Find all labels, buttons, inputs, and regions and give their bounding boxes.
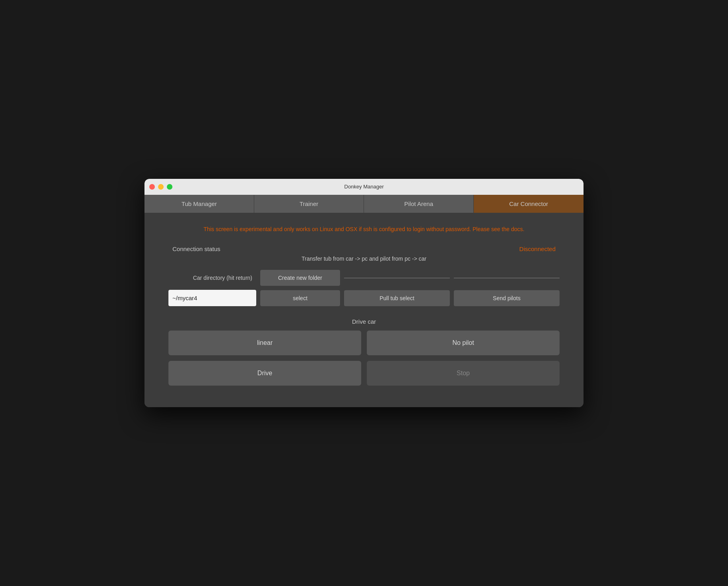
tab-tub-manager[interactable]: Tub Manager bbox=[144, 195, 254, 213]
tab-bar: Tub Manager Trainer Pilot Arena Car Conn… bbox=[144, 195, 584, 213]
actions-row: select Pull tub select Send pilots bbox=[168, 290, 560, 306]
connection-row: Connection status Disconnected bbox=[168, 245, 560, 252]
titlebar-buttons bbox=[149, 184, 172, 190]
drive-button[interactable]: Drive bbox=[168, 361, 361, 386]
car-dir-label: Car directory (hit return) bbox=[168, 275, 256, 281]
main-content: This screen is experimental and only wor… bbox=[144, 213, 584, 407]
stop-button[interactable]: Stop bbox=[367, 361, 560, 386]
separator-line-1 bbox=[344, 278, 450, 278]
tab-pilot-arena[interactable]: Pilot Arena bbox=[364, 195, 474, 213]
window-title: Donkey Manager bbox=[344, 184, 384, 190]
connection-status: Disconnected bbox=[519, 245, 556, 252]
connection-label: Connection status bbox=[172, 245, 220, 252]
drive-type-row: linear No pilot bbox=[168, 331, 560, 355]
select-button[interactable]: select bbox=[260, 290, 340, 306]
no-pilot-button[interactable]: No pilot bbox=[367, 331, 560, 355]
minimize-button[interactable] bbox=[158, 184, 164, 190]
warning-message: This screen is experimental and only wor… bbox=[168, 225, 560, 234]
create-new-folder-button[interactable]: Create new folder bbox=[260, 270, 340, 286]
app-window: Donkey Manager Tub Manager Trainer Pilot… bbox=[144, 179, 584, 407]
close-button[interactable] bbox=[149, 184, 155, 190]
titlebar: Donkey Manager bbox=[144, 179, 584, 195]
separator-line-2 bbox=[454, 278, 560, 278]
drive-car-label: Drive car bbox=[168, 318, 560, 325]
tab-trainer[interactable]: Trainer bbox=[254, 195, 364, 213]
send-pilots-button[interactable]: Send pilots bbox=[454, 290, 560, 306]
transfer-label: Transfer tub from car -> pc and pilot fr… bbox=[168, 255, 560, 262]
linear-button[interactable]: linear bbox=[168, 331, 361, 355]
drive-control-row: Drive Stop bbox=[168, 361, 560, 386]
car-dir-row: Car directory (hit return) Create new fo… bbox=[168, 270, 560, 286]
pull-tub-select-button[interactable]: Pull tub select bbox=[344, 290, 450, 306]
tab-car-connector[interactable]: Car Connector bbox=[474, 195, 584, 213]
car-directory-input[interactable] bbox=[168, 290, 256, 306]
maximize-button[interactable] bbox=[167, 184, 172, 190]
